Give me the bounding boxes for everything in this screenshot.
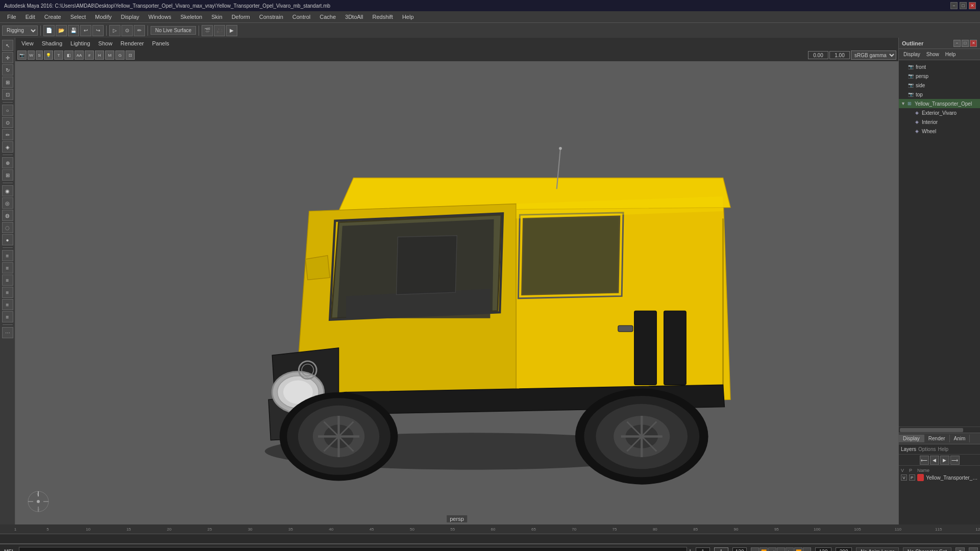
minimize-button[interactable]: − [950,2,958,9]
vp-solid-btn[interactable]: S [36,51,43,60]
menu-deform[interactable]: Deform [228,13,254,21]
tree-item-yellow-transporter[interactable]: ▼ ⊞ Yellow_Transporter_Opel [899,99,980,108]
command-line[interactable] [19,547,687,552]
vp-grid-btn[interactable]: # [85,51,94,60]
vp-menu-show[interactable]: Show [95,39,116,47]
out-menu-display[interactable]: Display [901,51,923,58]
anim-start-frame[interactable] [696,547,710,552]
layer-prev-btn[interactable]: ◀ [930,456,939,465]
vp-menu-view[interactable]: View [18,39,37,47]
vp-menu-shading[interactable]: Shading [39,39,65,47]
snap-grid-btn[interactable]: ⊞ [2,169,13,181]
move-btn[interactable]: ✛ [2,52,13,63]
menu-skeleton[interactable]: Skeleton [176,13,206,21]
outliner-scrollbar[interactable] [899,427,980,433]
vp-aa-btn[interactable]: AA [75,51,84,60]
layer-btn-4[interactable]: ≡ [2,287,13,298]
vp-value-2[interactable] [829,51,850,59]
layer-btn-5[interactable]: ≡ [2,299,13,310]
menu-edit[interactable]: Edit [21,13,39,21]
sculpt3-btn[interactable]: ◍ [2,210,13,221]
redo-button[interactable]: ↪ [92,25,104,36]
anim-range-end[interactable] [815,547,831,552]
sculpt4-btn[interactable]: ◌ [2,222,13,233]
menu-modify[interactable]: Modify [91,13,115,21]
step-back-btn[interactable]: ⏪ [760,547,768,552]
scene-3d[interactable]: persp Y -Y [15,38,898,524]
tree-item-top[interactable]: 📷 top [899,90,980,99]
select-tool[interactable]: ▷ [109,25,120,36]
vp-safe-btn[interactable]: ⊡ [126,51,135,60]
vp-texture-btn[interactable]: T [54,51,63,60]
tab-anim[interactable]: Anim [950,435,970,442]
outliner-min-btn[interactable]: − [953,40,961,47]
vp-value-1[interactable] [808,51,828,59]
menu-3dtoall[interactable]: 3DtoAll [341,13,367,21]
menu-windows[interactable]: Windows [144,13,176,21]
component-btn[interactable]: ◈ [2,141,13,153]
select-btn[interactable]: ↖ [2,40,13,51]
render-btn-2[interactable]: 🎥 [214,25,225,36]
menu-create[interactable]: Create [40,13,65,21]
stop-btn[interactable]: ■ [777,547,785,552]
anim-end-display[interactable] [732,547,747,552]
soft-select-btn[interactable]: ○ [2,105,13,116]
tree-item-front[interactable]: 📷 front [899,62,980,71]
outliner-close-btn[interactable]: ✕ [970,40,977,47]
tree-item-side[interactable]: 📷 side [899,81,980,90]
out-menu-help[interactable]: Help [943,51,959,58]
layer-btn-2[interactable]: ≡ [2,262,13,273]
out-menu-show[interactable]: Show [924,51,942,58]
outliner-max-btn[interactable]: □ [962,40,969,47]
menu-cache[interactable]: Cache [315,13,340,21]
play-back-btn[interactable]: ◀ [768,547,776,552]
menu-select[interactable]: Select [66,13,90,21]
rigging-dropdown[interactable]: Rigging [2,26,38,36]
layer-next-btn[interactable]: ▶ [940,456,949,465]
vp-hud-btn[interactable]: H [95,51,104,60]
vp-manip-btn[interactable]: M [105,51,114,60]
new-scene-button[interactable]: 📄 [43,25,55,36]
tree-item-exterior[interactable]: ◈ Exterior_Vivaro [899,108,980,117]
outliner-scrollbar-thumb[interactable] [900,428,963,432]
vp-light-btn[interactable]: 💡 [44,51,53,60]
vp-wireframe-btn[interactable]: W [28,51,35,60]
char-set-extra-btn[interactable]: … [969,547,978,552]
subtab-help[interactable]: Help [938,446,948,452]
paint-tool[interactable]: ✏ [134,25,145,36]
sculpt-btn[interactable]: ◉ [2,185,13,196]
scale-btn[interactable]: ⊞ [2,77,13,88]
subtab-layers[interactable]: Layers [901,446,916,452]
vp-gate-btn[interactable]: G [115,51,125,60]
menu-constrain[interactable]: Constrain [255,13,287,21]
last-tool-btn[interactable]: ⊡ [2,89,13,100]
vp-menu-panels[interactable]: Panels [149,39,173,47]
layer-row-0[interactable]: V P Yellow_Transporter_Op [901,474,978,481]
anim-current-frame[interactable] [714,547,728,552]
layer-playback-0[interactable]: P [909,474,915,481]
go-end-btn[interactable]: ⏭ [803,547,811,552]
vp-menu-lighting[interactable]: Lighting [67,39,93,47]
tree-item-interior[interactable]: ◈ Interior [899,117,980,127]
sculpt5-btn[interactable]: ● [2,234,13,245]
menu-redshift[interactable]: Redshift [369,13,397,21]
anim-total[interactable] [836,547,852,552]
close-button[interactable]: ✕ [969,2,976,9]
step-fwd-btn[interactable]: ⏩ [794,547,802,552]
vp-shadow-btn[interactable]: ◧ [64,51,74,60]
paint-select-btn[interactable]: ✏ [2,129,13,140]
menu-display[interactable]: Display [117,13,143,21]
more-tools-btn[interactable]: ⋯ [2,327,13,338]
subtab-options[interactable]: Options [918,446,936,452]
render-btn-3[interactable]: ▶ [226,25,237,36]
layer-end-btn[interactable]: ⟶ [950,456,960,465]
menu-help[interactable]: Help [398,13,418,21]
tree-item-wheel[interactable]: ◈ Wheel [899,127,980,136]
vp-gamma-select[interactable]: sRGB gamma [851,51,896,60]
layer-btn-6[interactable]: ≡ [2,311,13,322]
open-button[interactable]: 📂 [56,25,67,36]
go-start-btn[interactable]: ⏮ [751,547,759,552]
menu-skin[interactable]: Skin [207,13,226,21]
tab-display[interactable]: Display [899,435,924,442]
vp-menu-renderer[interactable]: Renderer [117,39,147,47]
